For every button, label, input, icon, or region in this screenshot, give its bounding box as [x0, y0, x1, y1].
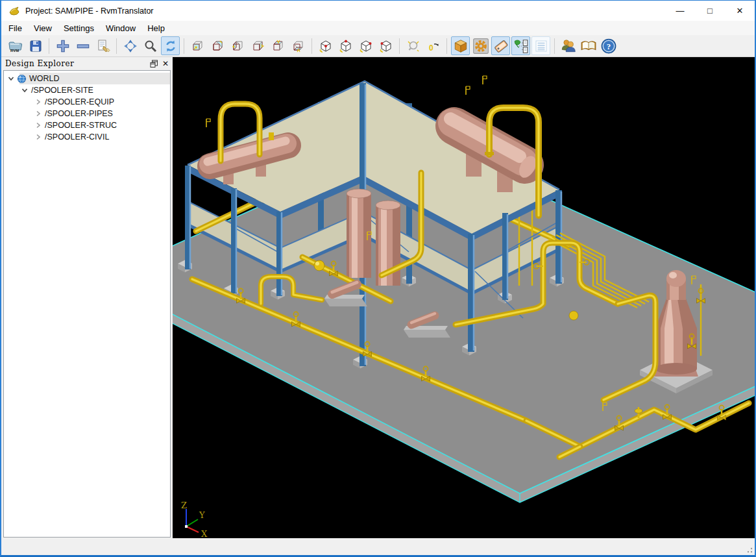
view-back-button[interactable]: [208, 36, 227, 55]
menu-bar: File View Settings Window Help: [1, 21, 755, 35]
axis-triad: Z Y X: [181, 501, 208, 539]
tree-label[interactable]: /SPOOLER-PIPES: [45, 109, 113, 118]
rotate-reset-button[interactable]: 0: [424, 36, 443, 55]
menu-view[interactable]: View: [28, 21, 58, 35]
minimize-button[interactable]: —: [665, 1, 695, 21]
fit-view-button[interactable]: [121, 36, 140, 55]
window-title: Project: SAM/PIPE - RvmTranslator: [25, 6, 154, 16]
tree-label[interactable]: /SPOOLER-CIVIL: [45, 132, 109, 142]
toolbar: RVM 0 ?: [1, 35, 755, 57]
svg-text:?: ?: [606, 41, 611, 51]
shaded-view-button[interactable]: [451, 36, 470, 55]
tree-label[interactable]: /SPOOLER-SITE: [31, 86, 93, 95]
help-icon: ?: [600, 38, 617, 55]
chevron-down-icon[interactable]: [7, 75, 15, 82]
open-book-icon: [580, 38, 597, 55]
toolbar-separator: [49, 38, 49, 54]
view-cube-back-icon: [211, 39, 225, 53]
tree-row-world[interactable]: WORLD: [4, 73, 170, 84]
chevron-right-icon[interactable]: [34, 98, 42, 106]
tree-row-spooler-struc[interactable]: /SPOOLER-STRUC: [4, 119, 170, 131]
shaded-cube-icon: [453, 38, 469, 54]
chevron-right-icon[interactable]: [34, 110, 42, 118]
refresh-view-button[interactable]: [161, 36, 180, 55]
view-front-button[interactable]: [188, 36, 207, 55]
open-rvm-icon: RVM: [8, 38, 23, 54]
zoom-in-button[interactable]: [53, 36, 72, 55]
chevron-right-icon[interactable]: [34, 121, 42, 129]
users-button[interactable]: [559, 36, 578, 55]
model-tree-button[interactable]: [511, 36, 530, 55]
refresh-icon: [164, 39, 178, 53]
zoom-button[interactable]: [141, 36, 160, 55]
iso-cube-1-icon: [319, 39, 333, 53]
gear-icon: [472, 38, 489, 55]
app-window: Project: SAM/PIPE - RvmTranslator — □ ✕ …: [0, 0, 756, 557]
chevron-down-icon[interactable]: [21, 86, 29, 94]
x-axis-label: X: [201, 529, 208, 539]
document-brush-icon: [96, 39, 110, 53]
annotation-tag-button[interactable]: [491, 36, 510, 55]
render-settings-button[interactable]: [471, 36, 490, 55]
globe-valve: [569, 311, 578, 320]
globe-icon: [17, 74, 27, 84]
y-axis: [186, 519, 198, 526]
view-cube-front-icon: [191, 39, 205, 53]
tag-icon: [493, 38, 509, 54]
view-right-button[interactable]: [249, 36, 267, 55]
menu-window[interactable]: Window: [100, 21, 141, 35]
status-bar: [1, 538, 755, 555]
menu-settings[interactable]: Settings: [58, 21, 100, 35]
tree-row-spooler-civil[interactable]: /SPOOLER-CIVIL: [4, 131, 170, 143]
menu-help[interactable]: Help: [141, 21, 171, 35]
minus-icon: [75, 38, 91, 54]
save-icon: [29, 39, 43, 53]
tree-label[interactable]: /SPOOLER-EQUIP: [45, 97, 114, 106]
iso-view-4-button[interactable]: [376, 36, 395, 55]
clear-document-button[interactable]: [93, 36, 112, 55]
z-axis-label: Z: [181, 501, 187, 510]
design-explorer-tree[interactable]: WORLD /SPOOLER-SITE /SPOOLER-EQUIP /SPOO…: [3, 70, 171, 538]
zoom-out-button[interactable]: [73, 36, 92, 55]
view-left-button[interactable]: [228, 36, 247, 55]
tree-row-spooler-site[interactable]: /SPOOLER-SITE: [4, 84, 170, 96]
view-cube-top-icon: [271, 39, 286, 53]
zoom-window-icon: [406, 39, 421, 53]
float-panel-icon[interactable]: [150, 60, 158, 68]
save-button[interactable]: [26, 36, 45, 55]
tree-label[interactable]: /SPOOLER-STRUC: [45, 121, 117, 130]
chevron-right-icon[interactable]: [34, 133, 42, 141]
tree-row-spooler-equip[interactable]: /SPOOLER-EQUIP: [4, 96, 170, 108]
svg-text:RVM: RVM: [10, 49, 19, 53]
x-axis: [186, 526, 199, 532]
design-explorer-dock: Design Explorer ✕ WORLD /SPOOLER-SITE: [1, 57, 173, 539]
view-top-button[interactable]: [269, 36, 287, 55]
resize-grip[interactable]: [745, 545, 753, 553]
help-button[interactable]: ?: [599, 36, 618, 55]
manual-button[interactable]: [579, 36, 598, 55]
maximize-button[interactable]: □: [695, 1, 725, 21]
globe-valve: [314, 260, 324, 271]
close-button[interactable]: ✕: [725, 1, 755, 21]
view-bottom-button[interactable]: [289, 36, 308, 55]
dock-header[interactable]: Design Explorer ✕: [1, 57, 173, 70]
close-panel-icon[interactable]: ✕: [162, 60, 169, 68]
toolbar-separator: [184, 38, 184, 54]
iso-view-1-button[interactable]: [316, 36, 335, 55]
open-rvm-button[interactable]: RVM: [6, 36, 25, 55]
app-icon: [8, 6, 20, 16]
toolbar-separator: [399, 38, 400, 54]
viewport-3d[interactable]: Z Y X: [173, 57, 755, 539]
menu-file[interactable]: File: [3, 21, 28, 35]
view-cube-right-icon: [251, 39, 265, 53]
iso-view-3-button[interactable]: [356, 36, 375, 55]
tree-label[interactable]: WORLD: [29, 74, 60, 83]
rotate-zero-icon: 0: [426, 39, 441, 53]
iso-cube-2-icon: [339, 39, 353, 53]
view-cube-bottom-icon: [291, 39, 306, 53]
tree-row-spooler-pipes[interactable]: /SPOOLER-PIPES: [4, 108, 170, 119]
iso-view-2-button[interactable]: [336, 36, 355, 55]
plus-icon: [55, 38, 71, 54]
toolbar-separator: [311, 38, 312, 54]
svg-text:0: 0: [429, 43, 433, 53]
